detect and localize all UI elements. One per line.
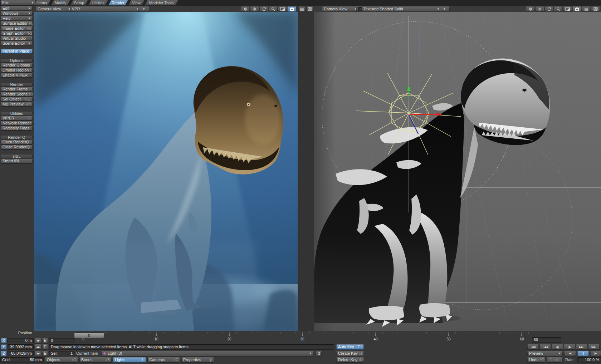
section-header-sibl: sIBL [1, 154, 33, 158]
list-icon[interactable] [298, 6, 306, 12]
view-type-dropdown[interactable]: Camera View▼ [36, 6, 73, 12]
tab-render[interactable]: Render [108, 0, 128, 5]
maximize-icon[interactable] [563, 6, 572, 12]
x-envelope-button[interactable]: E [42, 338, 48, 343]
rate-field[interactable]: 100.0 % [577, 357, 601, 363]
move-icon[interactable] [526, 6, 535, 12]
render-mode-dropdown[interactable]: T Textured Shaded Solid▼ [356, 6, 441, 12]
windows-menu-button[interactable]: Windows▼ [1, 11, 33, 16]
render-frame-button[interactable]: Render FrameF9 [1, 87, 33, 92]
frame-slider-handle[interactable]: 0 [74, 333, 104, 338]
tab-modify[interactable]: Modify [51, 0, 70, 5]
item-panel-button[interactable] [316, 351, 322, 356]
z-axis-toggle[interactable]: Z [1, 351, 7, 356]
viper-button[interactable]: VIPERF7 [1, 116, 33, 120]
view-type-dropdown[interactable]: Camera View▼ [322, 6, 359, 12]
rotate-icon[interactable] [544, 6, 553, 12]
open-renderq-button[interactable]: Open RenderQ [1, 140, 33, 144]
z-envelope-button[interactable]: E [42, 351, 48, 356]
play-reverse-icon: ◀ [569, 351, 571, 356]
lightwave-layout-window: File ▼ Items Modify Setup Utilities Rend… [0, 0, 601, 364]
render-mode-dropdown[interactable]: VPR▼ [70, 6, 141, 12]
nudge-arrows-icon: ◀▶ [36, 351, 40, 356]
viewport-left-scene[interactable] [34, 12, 298, 331]
create-key-button[interactable]: Create Keyret [336, 351, 364, 356]
image-editor-button[interactable]: Image EditorF6 [1, 26, 33, 31]
item-tab-objects[interactable]: Objects+O [45, 357, 78, 363]
render-scene-button[interactable]: Render SceneF10 [1, 92, 33, 97]
delete-key-button[interactable]: Delete Keydel [336, 357, 364, 363]
mb-preview-button[interactable]: MB Preview+F9 [1, 102, 33, 107]
play-forward-button[interactable]: ▶ [590, 351, 601, 356]
frame-number-field[interactable]: 0 [49, 338, 74, 343]
parent-in-place-button[interactable]: Parent in Place [1, 49, 33, 54]
x-value-field[interactable]: 0 m [8, 338, 34, 343]
render-globals-button[interactable]: Render Globals [1, 63, 33, 68]
graph-editor-button[interactable]: Graph Editor^F2 [1, 31, 33, 36]
item-tab-lights[interactable]: Lights+L [113, 357, 146, 363]
tab-utilities[interactable]: Utilities [88, 0, 108, 5]
viewport-options-dropdown[interactable]: ▼ [138, 6, 149, 12]
step-back-button[interactable]: ◀|| [552, 344, 563, 350]
play-reverse-button[interactable]: ◀ [564, 351, 576, 356]
tab-items[interactable]: Items [34, 0, 50, 5]
item-tab-cameras[interactable]: Cameras+C [147, 357, 180, 363]
maximize-icon[interactable] [278, 6, 287, 12]
x-axis-toggle[interactable]: X [1, 338, 7, 343]
save-icon[interactable] [591, 6, 600, 12]
zoom-icon[interactable] [554, 6, 563, 12]
x-nudge-arrows[interactable]: ◀▶ [35, 338, 41, 343]
rotate-icon[interactable] [259, 6, 268, 12]
dropdown-arrow-icon: ▼ [443, 6, 446, 12]
selection-count-field: Sel:1 [49, 351, 74, 356]
pause-button[interactable]: || [577, 351, 589, 356]
close-renderq-button[interactable]: Close RenderQ [1, 145, 33, 149]
pan-icon[interactable] [250, 6, 259, 12]
previous-key-button[interactable]: +◀◀ [539, 344, 551, 350]
help-menu-button[interactable]: Help▼ [1, 16, 33, 21]
end-frame-field[interactable]: 60 [532, 337, 561, 343]
camera-icon[interactable] [287, 6, 296, 12]
file-menu-button[interactable]: File ▼ [0, 0, 36, 5]
auto-key-button[interactable]: Auto Key+F1 [336, 344, 364, 350]
virtual-studio-button[interactable]: Virtual Studio [1, 36, 33, 41]
y-axis-toggle[interactable]: Y [1, 344, 7, 350]
list-icon[interactable] [582, 6, 591, 12]
move-icon[interactable] [241, 6, 250, 12]
viewport-options-dropdown[interactable]: ▼ [439, 6, 450, 12]
current-item-dropdown[interactable]: Light (3) ▼ [101, 351, 314, 356]
surface-editor-button[interactable]: Surface EditorF5 [1, 21, 33, 26]
limited-region-button[interactable]: Limited Regionl [1, 68, 33, 73]
zoom-icon[interactable] [269, 6, 278, 12]
undo-button[interactable]: Undo^Z [527, 357, 545, 363]
tab-view[interactable]: View [128, 0, 144, 5]
section-header-options: Options [1, 58, 33, 63]
preview-dropdown[interactable]: Preview▼ [527, 351, 563, 356]
enable-viper-button[interactable]: Enable VIPER [1, 73, 33, 78]
next-key-button[interactable]: ▶▶+ [576, 344, 587, 350]
pan-icon[interactable] [535, 6, 544, 12]
scene-editor-button[interactable]: Scene Editor▼ [1, 41, 33, 46]
network-render-button[interactable]: Network Render [1, 121, 33, 126]
camera-icon[interactable] [572, 6, 581, 12]
z-value-field[interactable]: -65.0419mm [8, 351, 34, 356]
properties-button[interactable]: Propertiesp [181, 357, 214, 363]
save-icon[interactable] [306, 6, 313, 12]
viewport-right-scene[interactable] [314, 12, 601, 331]
tab-setup[interactable]: Setup [70, 0, 88, 5]
item-tab-bones[interactable]: Bones+B [79, 357, 112, 363]
go-to-start-button[interactable]: |◀◀ [527, 344, 539, 350]
redo-button[interactable]: Redo [547, 357, 562, 363]
edit-menu-button[interactable]: Edit▼ [1, 6, 33, 11]
smart-ibl-button[interactable]: Smart IBL [1, 159, 33, 163]
y-nudge-arrows[interactable]: ◀▶ [35, 344, 41, 350]
z-nudge-arrows[interactable]: ◀▶ [35, 351, 41, 356]
y-envelope-button[interactable]: E [42, 344, 48, 350]
step-forward-button[interactable]: ||▶ [564, 344, 575, 350]
radiosity-flags-button[interactable]: Radiosity Flags [1, 126, 33, 131]
y-value-field[interactable]: 39.9992 mm [8, 344, 34, 350]
tab-modeler-tools[interactable]: Modeler Tools [145, 0, 178, 5]
timeline-ruler[interactable]: 0 10 20 30 40 50 60 0 [73, 332, 531, 342]
go-to-end-button[interactable]: ▶▶| [588, 344, 600, 350]
sel-object-button[interactable]: Sel ObjectF11 [1, 97, 33, 102]
